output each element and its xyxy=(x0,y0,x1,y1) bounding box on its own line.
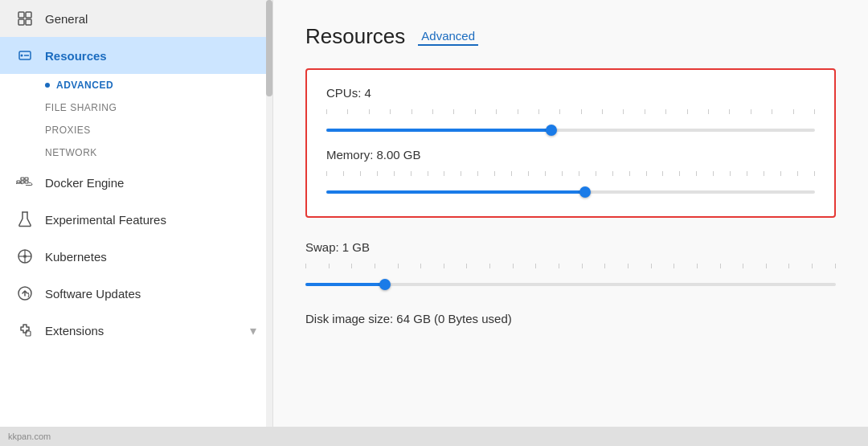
extensions-icon xyxy=(16,321,34,339)
chevron-down-icon: ▾ xyxy=(250,323,256,338)
memory-slider-container: Memory: 8.00 GB xyxy=(326,148,815,194)
memory-slider-fill xyxy=(326,190,585,194)
bottom-bar: kkpan.com xyxy=(0,427,868,446)
svg-rect-8 xyxy=(21,181,24,183)
sub-nav-label: PROXIES xyxy=(45,125,91,136)
sub-nav-advanced[interactable]: ADVANCED xyxy=(45,74,272,96)
sidebar-item-label: Extensions xyxy=(45,324,104,338)
memory-slider-track[interactable] xyxy=(326,190,815,194)
sidebar-item-label: Kubernetes xyxy=(45,250,107,264)
sub-nav-network[interactable]: NETWORK xyxy=(45,141,272,164)
bullet-icon xyxy=(45,83,50,88)
resources-icon xyxy=(16,47,34,64)
sidebar-item-label: Experimental Features xyxy=(45,213,166,227)
svg-rect-9 xyxy=(25,181,28,183)
cpu-slider-track[interactable] xyxy=(326,129,815,132)
sidebar-item-label: Resources xyxy=(45,49,107,63)
highlighted-section: CPUs: 4 Memory: 8.00 GB xyxy=(305,68,836,218)
software-updates-icon xyxy=(16,284,34,302)
swap-label: Swap: 1 GB xyxy=(305,240,836,254)
svg-rect-1 xyxy=(26,12,31,18)
cpu-slider-container: CPUs: 4 xyxy=(326,86,815,132)
experimental-icon xyxy=(16,211,34,228)
memory-slider-thumb[interactable] xyxy=(579,186,591,198)
svg-point-14 xyxy=(23,255,27,258)
swap-slider-fill xyxy=(305,283,385,286)
cpu-slider-fill xyxy=(326,129,551,132)
sidebar-item-label: General xyxy=(45,12,88,26)
general-icon xyxy=(16,10,34,27)
sidebar-item-general[interactable]: General xyxy=(0,0,272,37)
footer-text: kkpan.com xyxy=(8,432,51,441)
sidebar-item-experimental[interactable]: Experimental Features xyxy=(0,201,272,238)
svg-rect-2 xyxy=(18,19,24,25)
swap-section: Swap: 1 GB xyxy=(305,237,836,296)
sub-nav-proxies[interactable]: PROXIES xyxy=(45,119,272,141)
scrollbar-thumb[interactable] xyxy=(266,0,272,96)
sidebar-item-docker-engine[interactable]: Docker Engine xyxy=(0,164,272,201)
kubernetes-icon xyxy=(16,248,34,265)
swap-slider-thumb[interactable] xyxy=(379,279,391,290)
memory-label: Memory: 8.00 GB xyxy=(326,148,815,162)
docker-icon xyxy=(16,174,34,191)
disk-label: Disk image size: 64 GB (0 Bytes used) xyxy=(305,312,836,325)
sub-nav-file-sharing[interactable]: FILE SHARING xyxy=(45,96,272,119)
cpu-slider-thumb[interactable] xyxy=(546,125,557,136)
memory-ticks xyxy=(326,171,815,178)
cpu-ticks xyxy=(326,109,815,116)
svg-rect-11 xyxy=(25,178,28,180)
sidebar-item-extensions[interactable]: Extensions ▾ xyxy=(0,312,272,349)
sidebar: General Resources ADVANCED FILE SHARING … xyxy=(0,0,273,446)
sub-nav-label: NETWORK xyxy=(45,147,97,158)
svg-rect-10 xyxy=(21,178,24,180)
sidebar-item-software-updates[interactable]: Software Updates xyxy=(0,275,272,312)
disk-section: Disk image size: 64 GB (0 Bytes used) xyxy=(305,312,836,325)
page-title: Resources xyxy=(305,24,405,49)
sidebar-item-resources[interactable]: Resources xyxy=(0,37,272,74)
sidebar-item-kubernetes[interactable]: Kubernetes xyxy=(0,238,272,275)
scrollbar[interactable] xyxy=(266,0,272,446)
sub-nav-label: FILE SHARING xyxy=(45,102,117,113)
main-content: Resources Advanced CPUs: 4 Memory: 8.00 xyxy=(273,0,868,446)
sidebar-item-label: Software Updates xyxy=(45,287,141,301)
swap-ticks xyxy=(305,264,836,270)
sidebar-item-label: Docker Engine xyxy=(45,176,124,190)
tab-advanced[interactable]: Advanced xyxy=(418,27,478,46)
svg-rect-0 xyxy=(18,12,24,18)
swap-slider-track[interactable] xyxy=(305,283,836,286)
page-header: Resources Advanced xyxy=(305,24,836,49)
svg-rect-3 xyxy=(26,19,31,25)
cpu-label: CPUs: 4 xyxy=(326,86,815,100)
sub-nav: ADVANCED FILE SHARING PROXIES NETWORK xyxy=(0,74,272,164)
sub-nav-label: ADVANCED xyxy=(56,80,113,91)
svg-point-5 xyxy=(21,55,23,57)
